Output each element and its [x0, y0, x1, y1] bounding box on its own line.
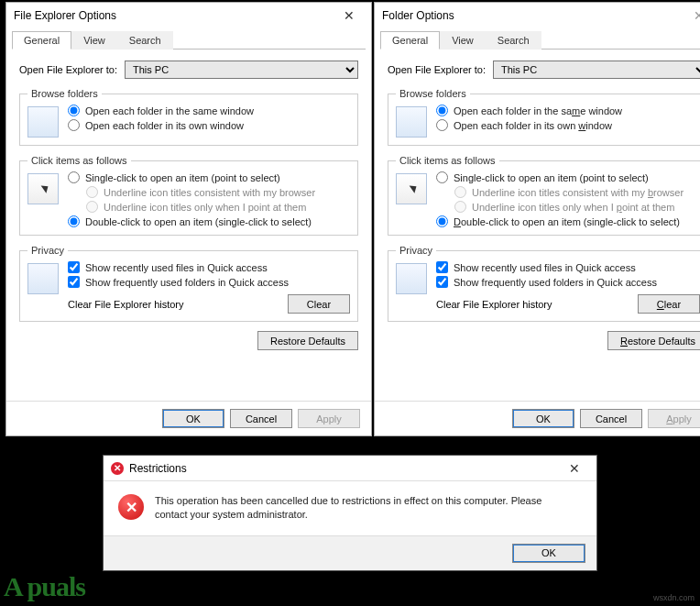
radio-double-click-input[interactable] — [436, 215, 448, 227]
click-items-legend: Click items as follows — [396, 155, 499, 166]
watermark: A puals — [4, 571, 85, 602]
folder-icon — [27, 106, 59, 138]
dialog-body: Open File Explorer to: This PC Browse fo… — [6, 50, 371, 401]
ok-button[interactable]: OK — [512, 409, 574, 428]
privacy-icon — [396, 263, 427, 294]
radio-underline-browser: Underline icon titles consistent with my… — [454, 186, 684, 198]
radio-own-window-input[interactable] — [68, 119, 80, 131]
check-frequent-folders-input[interactable] — [436, 276, 448, 288]
folder-icon — [396, 106, 427, 138]
check-frequent-folders[interactable]: Show frequently used folders in Quick ac… — [68, 276, 350, 288]
radio-underline-point: Underline icon titles only when I point … — [454, 201, 684, 213]
tabs: General View Search — [12, 28, 366, 50]
privacy-group: Privacy Show recently used files in Quic… — [19, 245, 358, 322]
radio-own-window-input[interactable] — [436, 119, 448, 131]
open-to-select[interactable]: This PC — [493, 61, 700, 79]
privacy-legend: Privacy — [27, 245, 68, 256]
click-items-group: Click items as follows Single-click to o… — [19, 155, 358, 236]
restrictions-error-dialog: ✕ Restrictions ✕ ✕ This operation has be… — [103, 455, 597, 571]
file-explorer-options-dialog: File Explorer Options ✕ General View Sea… — [5, 2, 372, 436]
check-recent-files-input[interactable] — [436, 261, 448, 273]
titlebar: File Explorer Options ✕ — [6, 3, 371, 28]
dialog-title: Folder Options — [382, 9, 454, 22]
clear-history-label: Clear File Explorer history — [436, 299, 552, 310]
open-to-label: Open File Explorer to: — [19, 64, 117, 75]
radio-single-click-input[interactable] — [436, 171, 448, 183]
browse-folders-group: Browse folders Open each folder in the s… — [19, 88, 358, 146]
radio-single-click[interactable]: Single-click to open an item (point to s… — [436, 171, 684, 183]
clear-history-label: Clear File Explorer history — [68, 299, 184, 310]
folder-options-dialog: Folder Options ✕ General View Search Ope… — [374, 2, 700, 436]
radio-underline-browser: Underline icon titles consistent with my… — [86, 186, 315, 198]
privacy-group: Privacy Show recently used files in Quic… — [388, 245, 700, 322]
tab-search[interactable]: Search — [486, 31, 541, 50]
browse-folders-group: Browse folders Open each folder in the s… — [388, 88, 700, 146]
error-message: This operation has been cancelled due to… — [155, 494, 549, 523]
error-titlebar: ✕ Restrictions ✕ — [104, 456, 596, 481]
dialog-body: Open File Explorer to: This PC Browse fo… — [375, 50, 700, 401]
tab-general[interactable]: General — [12, 31, 71, 50]
click-items-legend: Click items as follows — [27, 155, 131, 166]
tab-view[interactable]: View — [440, 31, 486, 50]
radio-single-click[interactable]: Single-click to open an item (point to s… — [68, 171, 315, 183]
tabs: General View Search — [380, 28, 700, 50]
radio-own-window[interactable]: Open each folder in its own window — [436, 119, 622, 131]
ok-button[interactable]: OK — [162, 409, 224, 428]
dialog-title: File Explorer Options — [14, 9, 116, 22]
check-recent-files[interactable]: Show recently used files in Quick access — [68, 261, 350, 273]
radio-single-click-input[interactable] — [68, 171, 80, 183]
radio-underline-point: Underline icon titles only when I point … — [86, 201, 315, 213]
dialog-footer: OK Cancel Apply — [6, 401, 371, 435]
radio-same-window-input[interactable] — [436, 105, 448, 116]
open-to-label: Open File Explorer to: — [388, 64, 486, 75]
apply-button[interactable]: Apply — [648, 409, 700, 428]
radio-underline-browser-input — [86, 186, 98, 198]
radio-own-window[interactable]: Open each folder in its own window — [68, 119, 254, 131]
site-credit: wsxdn.com — [653, 593, 695, 602]
tab-view[interactable]: View — [71, 31, 117, 50]
close-button[interactable]: ✕ — [331, 6, 367, 26]
error-icon: ✕ — [111, 462, 124, 475]
browse-folders-legend: Browse folders — [27, 88, 102, 99]
ok-button[interactable]: OK — [512, 544, 585, 563]
open-to-select[interactable]: This PC — [125, 61, 358, 79]
clear-button[interactable]: Clear — [638, 294, 700, 314]
cursor-icon — [396, 173, 427, 204]
cancel-button[interactable]: Cancel — [230, 409, 292, 428]
apply-button[interactable]: Apply — [298, 409, 360, 428]
privacy-legend: Privacy — [396, 245, 436, 256]
privacy-icon — [27, 263, 59, 294]
error-icon: ✕ — [118, 494, 144, 520]
check-recent-files[interactable]: Show recently used files in Quick access — [436, 261, 700, 273]
radio-double-click-input[interactable] — [68, 215, 80, 227]
browse-folders-legend: Browse folders — [396, 88, 470, 99]
close-button[interactable]: ✕ — [681, 6, 700, 26]
radio-underline-point-input — [86, 201, 98, 213]
check-frequent-folders[interactable]: Show frequently used folders in Quick ac… — [436, 276, 700, 288]
tab-general[interactable]: General — [380, 31, 440, 50]
clear-button[interactable]: Clear — [288, 294, 350, 314]
restore-defaults-button[interactable]: Restore Defaults — [257, 331, 358, 350]
radio-same-window-input[interactable] — [68, 105, 80, 116]
radio-double-click[interactable]: Double-click to open an item (single-cli… — [436, 215, 684, 227]
radio-same-window[interactable]: Open each folder in the same window — [436, 105, 622, 116]
error-title: Restrictions — [129, 462, 187, 475]
tab-search[interactable]: Search — [117, 31, 173, 50]
click-items-group: Click items as follows Single-click to o… — [388, 155, 700, 236]
radio-underline-browser-input — [454, 186, 466, 198]
radio-same-window[interactable]: Open each folder in the same window — [68, 105, 254, 116]
check-recent-files-input[interactable] — [68, 261, 80, 273]
radio-underline-point-input — [454, 201, 466, 213]
cursor-icon — [27, 173, 59, 204]
close-button[interactable]: ✕ — [556, 458, 593, 479]
restore-defaults-button[interactable]: Restore Defaults — [607, 331, 700, 350]
dialog-footer: OK Cancel Apply — [375, 401, 700, 435]
titlebar: Folder Options ✕ — [375, 3, 700, 28]
cancel-button[interactable]: Cancel — [580, 409, 642, 428]
check-frequent-folders-input[interactable] — [68, 276, 80, 288]
radio-double-click[interactable]: Double-click to open an item (single-cli… — [68, 215, 315, 227]
